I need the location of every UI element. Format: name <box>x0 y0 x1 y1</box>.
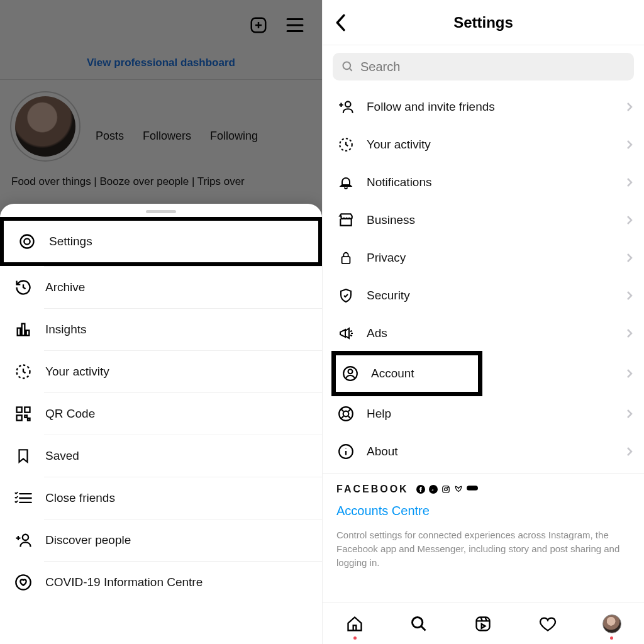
svg-rect-25 <box>477 617 490 630</box>
settings-item-about[interactable]: About <box>323 433 644 470</box>
chevron-right-icon <box>626 409 633 419</box>
add-person-icon <box>336 97 355 116</box>
svg-point-9 <box>343 62 351 70</box>
svg-point-14 <box>348 369 353 374</box>
menu-label: Your activity <box>45 365 109 379</box>
tab-home[interactable] <box>344 613 365 635</box>
menu-item-discover-people[interactable]: Discover people <box>0 519 322 561</box>
settings-item-follow-invite[interactable]: Follow and invite friends <box>323 88 644 126</box>
bottom-sheet: Settings Archive Insights <box>0 204 322 644</box>
chevron-right-icon <box>626 369 633 379</box>
menu-item-settings[interactable]: Settings <box>0 217 322 266</box>
search-icon <box>341 60 354 73</box>
lock-icon <box>336 248 355 267</box>
menu-item-archive[interactable]: Archive <box>0 267 322 308</box>
menu-item-qr-code[interactable]: QR Code <box>0 393 322 435</box>
settings-item-security[interactable]: Security <box>323 277 644 314</box>
svg-rect-6 <box>17 415 22 420</box>
storefront-icon <box>336 211 355 230</box>
info-icon <box>336 442 355 461</box>
page-title: Settings <box>323 14 644 31</box>
profile-avatar-icon <box>602 614 621 633</box>
gear-icon <box>18 232 36 251</box>
facebook-product-icons <box>416 485 478 494</box>
settings-label: Ads <box>367 326 387 340</box>
settings-label: Follow and invite friends <box>367 100 495 114</box>
settings-item-privacy[interactable]: Privacy <box>323 239 644 277</box>
lifebuoy-icon <box>336 404 355 423</box>
chevron-right-icon <box>626 447 633 457</box>
settings-item-account[interactable]: Account <box>336 355 478 392</box>
chevron-right-icon <box>626 291 633 301</box>
account-icon <box>341 364 360 383</box>
menu-label: Close friends <box>45 491 115 505</box>
back-button[interactable] <box>334 14 347 31</box>
svg-rect-5 <box>25 408 30 413</box>
close-friends-icon <box>14 489 33 508</box>
settings-label: Notifications <box>367 175 432 189</box>
accounts-centre-description: Control settings for connected experienc… <box>336 528 630 569</box>
settings-label: Account <box>371 367 414 380</box>
shield-icon <box>336 286 355 305</box>
svg-rect-12 <box>342 257 350 264</box>
discover-people-icon <box>14 531 33 550</box>
notification-dot <box>353 636 357 640</box>
svg-point-16 <box>343 411 349 417</box>
search-bar[interactable] <box>333 53 634 80</box>
chevron-right-icon <box>626 215 633 225</box>
svg-point-10 <box>345 101 351 107</box>
chevron-right-icon <box>626 253 633 263</box>
bell-icon <box>336 173 355 192</box>
menu-label: COVID-19 Information Centre <box>45 575 203 589</box>
chevron-right-icon <box>626 102 633 112</box>
activity-icon <box>14 362 33 381</box>
menu-item-covid-info[interactable]: COVID-19 Information Centre <box>0 562 322 603</box>
sheet-grabber[interactable] <box>146 210 176 213</box>
svg-point-7 <box>23 535 28 540</box>
settings-label: Business <box>367 213 415 227</box>
archive-icon <box>14 278 33 297</box>
menu-label: Settings <box>49 235 92 248</box>
facebook-label: FACEBOOK <box>336 484 409 495</box>
settings-label: Help <box>367 407 391 421</box>
megaphone-icon <box>336 324 355 343</box>
search-input[interactable] <box>360 60 625 74</box>
insights-icon <box>14 320 33 339</box>
svg-point-24 <box>413 617 423 627</box>
tab-search[interactable] <box>408 613 430 635</box>
tab-reels[interactable] <box>472 613 494 635</box>
menu-item-insights[interactable]: Insights <box>0 309 322 350</box>
settings-label: About <box>367 445 398 458</box>
svg-point-8 <box>16 575 30 589</box>
settings-label: Security <box>367 289 410 303</box>
svg-point-21 <box>444 488 447 491</box>
menu-item-close-friends[interactable]: Close friends <box>0 477 322 519</box>
qr-icon <box>14 404 33 423</box>
svg-point-1 <box>21 235 34 248</box>
tab-activity[interactable] <box>537 613 558 635</box>
tab-profile[interactable] <box>601 613 623 635</box>
menu-label: Insights <box>45 323 86 336</box>
chevron-right-icon <box>626 140 633 150</box>
menu-label: Archive <box>45 280 85 294</box>
menu-label: Discover people <box>45 533 131 547</box>
settings-item-ads[interactable]: Ads <box>323 314 644 352</box>
notification-dot <box>610 636 613 640</box>
settings-item-your-activity[interactable]: Your activity <box>323 126 644 164</box>
svg-rect-4 <box>17 408 22 413</box>
settings-item-business[interactable]: Business <box>323 201 644 239</box>
bookmark-icon <box>14 447 33 465</box>
heart-circle-icon <box>14 573 33 592</box>
settings-item-notifications[interactable]: Notifications <box>323 164 644 201</box>
menu-label: QR Code <box>45 407 95 421</box>
settings-item-help[interactable]: Help <box>323 395 644 433</box>
accounts-centre-link[interactable]: Accounts Centre <box>336 504 630 518</box>
svg-point-2 <box>24 238 30 244</box>
settings-label: Privacy <box>367 251 406 265</box>
activity-icon <box>336 135 355 154</box>
settings-label: Your activity <box>367 138 431 152</box>
chevron-right-icon <box>626 328 633 338</box>
menu-item-your-activity[interactable]: Your activity <box>0 351 322 392</box>
menu-item-saved[interactable]: Saved <box>0 435 322 477</box>
svg-point-22 <box>447 487 448 487</box>
